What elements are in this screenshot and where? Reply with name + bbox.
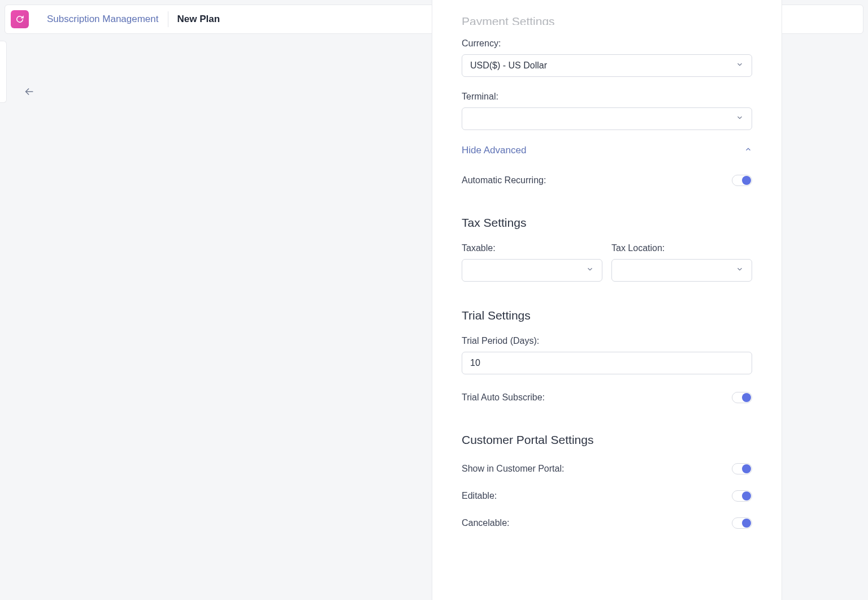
chevron-down-icon [586, 265, 594, 275]
currency-value: USD($) - US Dollar [470, 61, 547, 71]
terminal-field: Terminal: [462, 92, 752, 130]
automatic-recurring-row: Automatic Recurring: [462, 172, 752, 189]
editable-label: Editable: [462, 491, 497, 501]
tax-location-label: Tax Location: [611, 243, 752, 253]
tax-location-select[interactable] [611, 259, 752, 282]
terminal-select[interactable] [462, 107, 752, 130]
trial-settings-heading: Trial Settings [462, 309, 752, 322]
breadcrumb-current: New Plan [168, 5, 229, 34]
show-in-portal-label: Show in Customer Portal: [462, 464, 564, 474]
arrow-left-icon [23, 85, 36, 98]
toggle-knob [742, 393, 751, 402]
automatic-recurring-label: Automatic Recurring: [462, 175, 546, 185]
chevron-down-icon [736, 114, 744, 124]
toggle-knob [742, 519, 751, 528]
show-in-portal-row: Show in Customer Portal: [462, 460, 752, 477]
toggle-knob [742, 491, 751, 500]
tax-settings-heading: Tax Settings [462, 216, 752, 230]
trial-period-input[interactable]: 10 [462, 352, 752, 374]
taxable-label: Taxable: [462, 243, 602, 253]
hide-advanced-toggle[interactable]: Hide Advanced [462, 145, 752, 156]
currency-label: Currency: [462, 38, 752, 49]
cancelable-label: Cancelable: [462, 518, 510, 528]
automatic-recurring-toggle[interactable] [732, 175, 752, 186]
tax-location-field: Tax Location: [611, 243, 752, 282]
show-in-portal-toggle[interactable] [732, 463, 752, 474]
taxable-select[interactable] [462, 259, 602, 282]
trial-auto-subscribe-toggle[interactable] [732, 392, 752, 403]
hide-advanced-label: Hide Advanced [462, 145, 526, 156]
cancelable-row: Cancelable: [462, 515, 752, 532]
currency-field: Currency: USD($) - US Dollar [462, 38, 752, 77]
taxable-field: Taxable: [462, 243, 602, 282]
currency-select[interactable]: USD($) - US Dollar [462, 54, 752, 77]
portal-settings-heading: Customer Portal Settings [462, 433, 752, 447]
trial-period-value: 10 [470, 358, 480, 368]
breadcrumb-home[interactable]: Subscription Management [38, 5, 168, 34]
chevron-up-icon [744, 145, 752, 156]
app-icon [11, 10, 29, 28]
toggle-knob [742, 176, 751, 185]
editable-row: Editable: [462, 487, 752, 504]
chevron-down-icon [736, 265, 744, 275]
cancelable-toggle[interactable] [732, 517, 752, 529]
tax-two-col: Taxable: Tax Location: [462, 243, 752, 282]
left-panel-stub [0, 41, 7, 103]
back-button[interactable] [21, 84, 37, 100]
form-panel: Payment Settings Currency: USD($) - US D… [432, 0, 782, 600]
payment-settings-heading: Payment Settings [462, 0, 752, 25]
trial-period-field: Trial Period (Days): 10 [462, 336, 752, 374]
trial-auto-subscribe-row: Trial Auto Subscribe: [462, 389, 752, 406]
toggle-knob [742, 464, 751, 473]
chevron-down-icon [736, 61, 744, 71]
editable-toggle[interactable] [732, 490, 752, 502]
trial-period-label: Trial Period (Days): [462, 336, 752, 346]
recurring-icon [15, 14, 25, 24]
terminal-label: Terminal: [462, 92, 752, 102]
trial-auto-subscribe-label: Trial Auto Subscribe: [462, 392, 545, 403]
